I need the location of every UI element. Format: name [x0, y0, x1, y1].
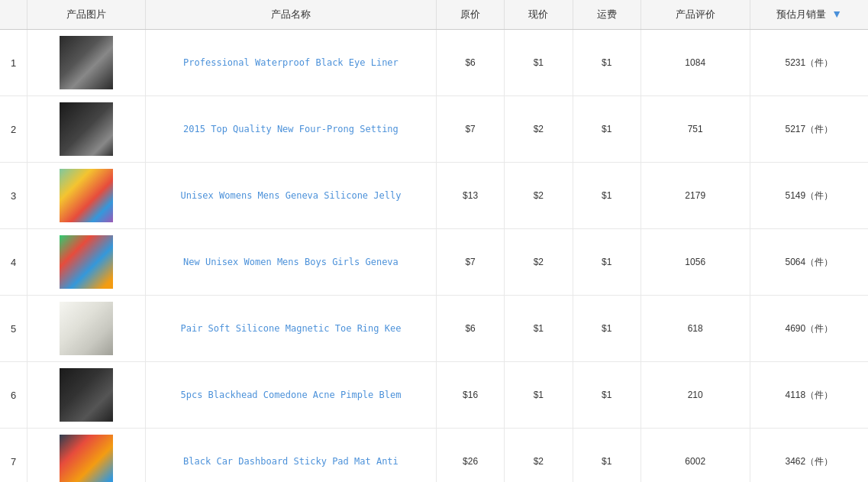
header-image: 产品图片: [27, 0, 146, 30]
product-link[interactable]: 5pcs Blackhead Comedone Acne Pimple Blem: [180, 390, 401, 400]
row-original-price: $6: [436, 296, 504, 362]
row-original-price: $26: [436, 429, 504, 483]
row-image: [27, 229, 146, 296]
product-image: [60, 368, 113, 422]
product-table: 产品图片 产品名称 原价 现价 运费 产品评价 预估月销量: [0, 0, 868, 482]
header-shipping: 运费: [573, 0, 641, 30]
sort-icon[interactable]: ▼: [831, 8, 842, 20]
row-image: [27, 362, 146, 429]
table-header-row: 产品图片 产品名称 原价 现价 运费 产品评价 预估月销量: [0, 0, 868, 30]
product-image: [60, 302, 113, 355]
row-num: 3: [0, 163, 27, 229]
product-link[interactable]: Pair Soft Silicone Magnetic Toe Ring Kee: [180, 323, 401, 334]
row-monthly-sales: 4118（件）: [750, 362, 868, 429]
row-rating: 210: [641, 362, 750, 429]
row-product-name[interactable]: 5pcs Blackhead Comedone Acne Pimple Blem: [145, 362, 436, 429]
header-num: [0, 0, 27, 30]
product-image: [60, 435, 113, 482]
product-link[interactable]: Unisex Womens Mens Geneva Silicone Jelly: [180, 190, 401, 201]
row-num: 1: [0, 30, 27, 96]
row-original-price: $6: [436, 30, 504, 96]
row-product-name[interactable]: Pair Soft Silicone Magnetic Toe Ring Kee: [145, 296, 436, 362]
row-shipping: $1: [573, 163, 641, 229]
row-shipping: $1: [573, 229, 641, 296]
row-current-price: $2: [505, 429, 573, 483]
row-monthly-sales: 5231（件）: [750, 30, 868, 96]
row-shipping: $1: [573, 30, 641, 96]
header-monthly-sales[interactable]: 预估月销量 ▼: [750, 0, 868, 30]
row-monthly-sales: 5149（件）: [750, 163, 868, 229]
product-image: [60, 36, 113, 89]
product-table-container: 产品图片 产品名称 原价 现价 运费 产品评价 预估月销量: [0, 0, 868, 482]
header-name: 产品名称: [145, 0, 436, 30]
row-rating: 1084: [641, 30, 750, 96]
row-shipping: $1: [573, 296, 641, 362]
product-link[interactable]: Professional Waterproof Black Eye Liner: [183, 57, 399, 68]
row-rating: 751: [641, 96, 750, 163]
row-shipping: $1: [573, 362, 641, 429]
product-image: [60, 102, 113, 156]
row-image: [27, 163, 146, 229]
row-image: [27, 296, 146, 362]
table-row: 1 Professional Waterproof Black Eye Line…: [0, 30, 868, 96]
row-monthly-sales: 5217（件）: [750, 96, 868, 163]
table-row: 4 New Unisex Women Mens Boys Girls Genev…: [0, 229, 868, 296]
row-current-price: $1: [505, 30, 573, 96]
row-monthly-sales: 4690（件）: [750, 296, 868, 362]
row-shipping: $1: [573, 96, 641, 163]
row-image: [27, 96, 146, 163]
row-original-price: $7: [436, 229, 504, 296]
product-link[interactable]: 2015 Top Quality New Four-Prong Setting: [183, 124, 399, 134]
row-num: 5: [0, 296, 27, 362]
product-link[interactable]: New Unisex Women Mens Boys Girls Geneva: [183, 257, 399, 267]
product-link[interactable]: Black Car Dashboard Sticky Pad Mat Anti: [183, 456, 399, 467]
header-current-price: 现价: [505, 0, 573, 30]
row-monthly-sales: 3462（件）: [750, 429, 868, 483]
header-rating: 产品评价: [641, 0, 750, 30]
row-rating: 6002: [641, 429, 750, 483]
row-original-price: $7: [436, 96, 504, 163]
row-product-name[interactable]: Black Car Dashboard Sticky Pad Mat Anti: [145, 429, 436, 483]
row-rating: 618: [641, 296, 750, 362]
table-row: 6 5pcs Blackhead Comedone Acne Pimple Bl…: [0, 362, 868, 429]
row-original-price: $16: [436, 362, 504, 429]
row-rating: 1056: [641, 229, 750, 296]
row-num: 4: [0, 229, 27, 296]
row-product-name[interactable]: 2015 Top Quality New Four-Prong Setting: [145, 96, 436, 163]
row-monthly-sales: 5064（件）: [750, 229, 868, 296]
row-num: 6: [0, 362, 27, 429]
header-original-price: 原价: [436, 0, 504, 30]
row-shipping: $1: [573, 429, 641, 483]
row-product-name[interactable]: Unisex Womens Mens Geneva Silicone Jelly: [145, 163, 436, 229]
row-product-name[interactable]: Professional Waterproof Black Eye Liner: [145, 30, 436, 96]
row-current-price: $1: [505, 362, 573, 429]
table-row: 7 Black Car Dashboard Sticky Pad Mat Ant…: [0, 429, 868, 483]
row-current-price: $1: [505, 296, 573, 362]
row-original-price: $13: [436, 163, 504, 229]
row-image: [27, 429, 146, 483]
row-product-name[interactable]: New Unisex Women Mens Boys Girls Geneva: [145, 229, 436, 296]
row-current-price: $2: [505, 96, 573, 163]
table-body: 1 Professional Waterproof Black Eye Line…: [0, 30, 868, 483]
table-row: 5 Pair Soft Silicone Magnetic Toe Ring K…: [0, 296, 868, 362]
row-num: 7: [0, 429, 27, 483]
table-row: 2 2015 Top Quality New Four-Prong Settin…: [0, 96, 868, 163]
row-current-price: $2: [505, 163, 573, 229]
row-rating: 2179: [641, 163, 750, 229]
row-num: 2: [0, 96, 27, 163]
table-row: 3 Unisex Womens Mens Geneva Silicone Jel…: [0, 163, 868, 229]
row-current-price: $2: [505, 229, 573, 296]
row-image: [27, 30, 146, 96]
product-image: [60, 235, 113, 289]
product-image: [60, 169, 113, 222]
